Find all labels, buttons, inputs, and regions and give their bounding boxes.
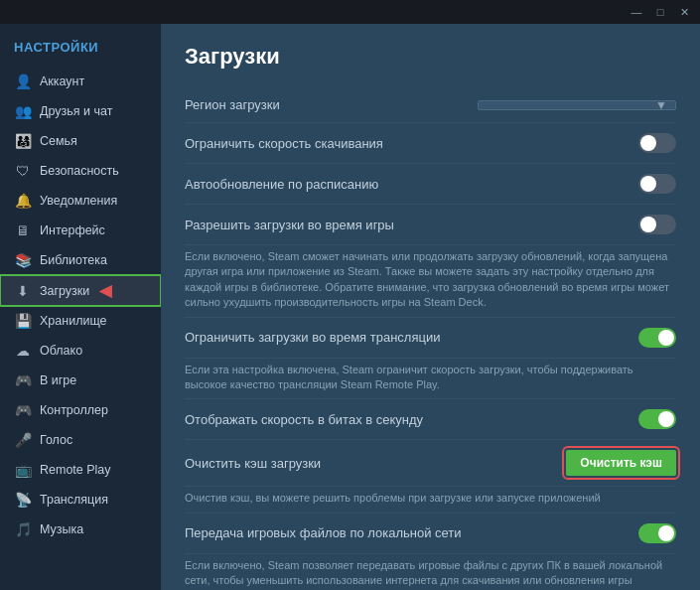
sidebar-item-label: Уведомления xyxy=(40,194,117,208)
show-speed-toggle[interactable] xyxy=(638,409,676,429)
minimize-button[interactable]: — xyxy=(625,2,648,22)
sidebar-item-label: Загрузки xyxy=(40,284,89,298)
setting-row-download-region: Регион загрузки ▼ xyxy=(185,87,676,123)
sidebar-item-storage[interactable]: 💾 Хранилище xyxy=(0,306,161,336)
sidebar-item-label: Интерфейс xyxy=(40,223,105,237)
download-region-label: Регион загрузки xyxy=(185,97,478,112)
sidebar-item-label: Музыка xyxy=(40,522,83,536)
limit-speed-label: Ограничить скорость скачивания xyxy=(185,136,638,151)
main-content: Загрузки Регион загрузки ▼ Ограничить ск… xyxy=(161,24,700,590)
sidebar: НАСТРОЙКИ 👤 Аккаунт 👥 Друзья и чат 👨‍👩‍👧… xyxy=(0,24,161,590)
storage-icon: 💾 xyxy=(14,312,32,330)
sidebar-item-label: Библиотека xyxy=(40,253,107,267)
limit-broadcast-label: Ограничить загрузки во время трансляции xyxy=(185,330,638,345)
sidebar-item-label: Облако xyxy=(40,344,82,358)
toggle-track xyxy=(638,328,676,348)
sidebar-item-controller[interactable]: 🎮 Контроллер xyxy=(0,395,161,425)
allow-during-game-toggle[interactable] xyxy=(638,215,676,234)
setting-row-lan-transfer: Передача игровых файлов по локальной сет… xyxy=(185,514,676,554)
sidebar-item-broadcast[interactable]: 📡 Трансляция xyxy=(0,485,161,515)
sidebar-item-label: В игре xyxy=(40,373,76,387)
limit-speed-toggle[interactable] xyxy=(638,133,676,153)
sidebar-item-music[interactable]: 🎵 Музыка xyxy=(0,515,161,544)
sidebar-item-security[interactable]: 🛡 Безопасность xyxy=(0,156,161,186)
family-icon: 👨‍👩‍👧 xyxy=(14,132,32,150)
clear-cache-button[interactable]: Очистить кэш xyxy=(566,450,676,476)
monitor-icon: 🖥 xyxy=(14,221,32,239)
toggle-thumb xyxy=(658,525,674,541)
sidebar-item-family[interactable]: 👨‍👩‍👧 Семья xyxy=(0,126,161,156)
music-icon: 🎵 xyxy=(14,520,32,538)
account-icon: 👤 xyxy=(14,73,32,90)
ingame-icon: 🎮 xyxy=(14,371,32,389)
allow-during-game-description: Если включено, Steam сможет начинать или… xyxy=(185,249,676,318)
sidebar-item-remoteplay[interactable]: 📺 Remote Play xyxy=(0,455,161,485)
toggle-track xyxy=(638,409,676,429)
auto-update-label: Автообновление по расписанию xyxy=(185,177,638,192)
lan-transfer-label: Передача игровых файлов по локальной сет… xyxy=(185,525,638,540)
sidebar-item-downloads[interactable]: ⬇ Загрузки ◀ xyxy=(0,275,161,306)
maximize-button[interactable]: □ xyxy=(648,2,672,22)
toggle-thumb xyxy=(658,411,674,427)
toggle-track xyxy=(638,174,676,194)
toggle-thumb xyxy=(640,217,656,232)
setting-row-limit-broadcast: Ограничить загрузки во время трансляции xyxy=(185,318,676,359)
setting-row-clear-cache: Очистить кэш загрузки Очистить кэш xyxy=(185,440,676,487)
sidebar-item-friends[interactable]: 👥 Друзья и чат xyxy=(0,96,161,126)
setting-row-auto-update: Автообновление по расписанию xyxy=(185,164,676,205)
download-icon: ⬇ xyxy=(14,282,32,300)
title-bar: — □ ✕ xyxy=(0,0,700,24)
voice-icon: 🎤 xyxy=(14,431,32,449)
broadcast-icon: 📡 xyxy=(14,491,32,509)
sidebar-item-label: Безопасность xyxy=(40,164,119,178)
chevron-down-icon: ▼ xyxy=(655,98,667,112)
sidebar-item-label: Голос xyxy=(40,433,72,447)
controller-icon: 🎮 xyxy=(14,401,32,419)
limit-broadcast-toggle[interactable] xyxy=(638,328,676,348)
download-region-dropdown[interactable]: ▼ xyxy=(478,100,676,110)
show-speed-label: Отображать скорость в битах в секунду xyxy=(185,412,638,427)
sidebar-header: НАСТРОЙКИ xyxy=(0,32,161,67)
sidebar-item-notifications[interactable]: 🔔 Уведомления xyxy=(0,186,161,216)
sidebar-item-ingame[interactable]: 🎮 В игре xyxy=(0,366,161,395)
app-container: НАСТРОЙКИ 👤 Аккаунт 👥 Друзья и чат 👨‍👩‍👧… xyxy=(0,24,700,590)
page-title: Загрузки xyxy=(185,44,676,70)
sidebar-item-label: Remote Play xyxy=(40,463,111,477)
setting-row-show-speed: Отображать скорость в битах в секунду xyxy=(185,399,676,440)
toggle-thumb xyxy=(640,135,656,151)
cloud-icon: ☁ xyxy=(14,342,32,360)
clear-cache-description: Очистив кэш, вы можете решить проблемы п… xyxy=(185,491,676,513)
sidebar-item-label: Трансляция xyxy=(40,493,108,507)
auto-update-toggle[interactable] xyxy=(638,174,676,194)
shield-icon: 🛡 xyxy=(14,162,32,180)
sidebar-item-voice[interactable]: 🎤 Голос xyxy=(0,425,161,455)
sidebar-item-label: Хранилище xyxy=(40,314,107,328)
friends-icon: 👥 xyxy=(14,102,32,120)
sidebar-item-account[interactable]: 👤 Аккаунт xyxy=(0,67,161,96)
clear-cache-label: Очистить кэш загрузки xyxy=(185,456,566,471)
toggle-thumb xyxy=(658,330,674,346)
bell-icon: 🔔 xyxy=(14,192,32,210)
toggle-thumb xyxy=(640,176,656,192)
sidebar-item-label: Друзья и чат xyxy=(40,104,112,118)
toggle-track xyxy=(638,215,676,234)
toggle-track xyxy=(638,133,676,153)
toggle-track xyxy=(638,523,676,543)
allow-during-game-label: Разрешить загрузки во время игры xyxy=(185,218,638,232)
lan-transfer-description: Если включено, Steam позволяет передават… xyxy=(185,558,676,590)
lan-transfer-toggle[interactable] xyxy=(638,523,676,543)
sidebar-item-label: Аккаунт xyxy=(40,74,84,88)
sidebar-item-cloud[interactable]: ☁ Облако xyxy=(0,336,161,366)
sidebar-item-interface[interactable]: 🖥 Интерфейс xyxy=(0,216,161,245)
library-icon: 📚 xyxy=(14,251,32,269)
setting-row-allow-during-game: Разрешить загрузки во время игры xyxy=(185,205,676,245)
sidebar-item-label: Семья xyxy=(40,134,77,148)
setting-row-limit-speed: Ограничить скорость скачивания xyxy=(185,123,676,164)
sidebar-item-library[interactable]: 📚 Библиотека xyxy=(0,245,161,275)
arrow-indicator: ◀ xyxy=(99,281,111,300)
close-button[interactable]: ✕ xyxy=(672,2,696,22)
sidebar-item-label: Контроллер xyxy=(40,403,108,417)
limit-broadcast-description: Если эта настройка включена, Steam огран… xyxy=(185,363,676,400)
remoteplay-icon: 📺 xyxy=(14,461,32,479)
